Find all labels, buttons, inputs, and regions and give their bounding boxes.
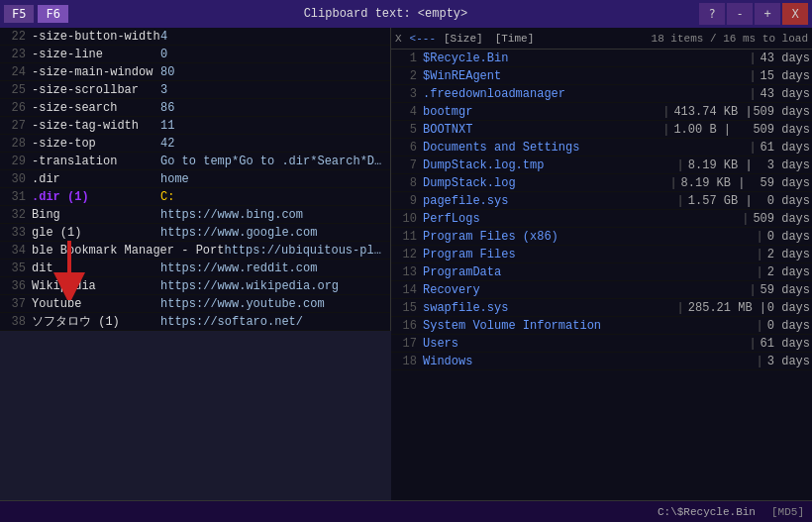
right-row-number: 10: [397, 212, 417, 226]
separator: |: [742, 212, 749, 226]
right-row[interactable]: 12Program Files | 2 days: [391, 246, 812, 263]
separator: |: [757, 319, 763, 333]
right-row-time: 2 days: [767, 248, 810, 261]
right-row-time: 509 days: [753, 212, 810, 226]
row-number: 33: [4, 226, 26, 240]
separator: |: [749, 69, 756, 83]
right-row-time: 43 days: [761, 87, 810, 101]
right-row-number: 13: [397, 265, 417, 279]
maximize-button[interactable]: +: [755, 3, 780, 25]
left-row[interactable]: 30.dirhome: [0, 170, 390, 188]
f6-button[interactable]: F6: [38, 5, 67, 23]
right-row[interactable]: 8DumpStack.log | 8.19 KB | 59 days: [391, 174, 812, 192]
left-row[interactable]: 31.dir (1)C:: [0, 188, 390, 206]
left-row[interactable]: 28-size-top42: [0, 135, 390, 153]
right-row-size: 1.00 B |: [673, 123, 753, 137]
row-value: 86: [160, 101, 174, 115]
left-row[interactable]: 25-size-scrollbar3: [0, 81, 390, 99]
right-panel-header: X <--- [Size] [Time] 18 items / 16 ms to…: [391, 28, 812, 50]
row-value: https://softaro.net/: [160, 315, 303, 329]
right-row-number: 14: [397, 283, 417, 297]
row-key: -size-top: [32, 137, 160, 151]
separator: |: [749, 337, 756, 351]
left-row[interactable]: 24-size-main-window80: [0, 63, 390, 81]
right-row[interactable]: 1$Recycle.Bin | 43 days: [391, 50, 812, 67]
right-row-time: 509 days: [753, 105, 810, 119]
left-row[interactable]: 37Youtubehttps://www.youtube.com: [0, 295, 390, 313]
right-row-name: Program Files (x86): [423, 230, 753, 244]
right-row-number: 1: [397, 52, 417, 65]
right-row-number: 4: [397, 105, 417, 119]
row-key: -size-button-width: [32, 30, 160, 44]
row-number: 37: [4, 297, 26, 311]
right-row-name: DumpStack.log.tmp: [423, 158, 673, 172]
row-value: Go to temp*Go to .dir*Search*DELETE: [160, 155, 386, 168]
right-row[interactable]: 13ProgramData | 2 days: [391, 263, 812, 281]
row-number: 23: [4, 48, 26, 61]
left-row[interactable]: 22-size-button-width4: [0, 28, 390, 46]
right-row[interactable]: 4bootmgr | 413.74 KB | 509 days: [391, 103, 812, 121]
size-column-header: [Size]: [444, 33, 483, 45]
row-key: Bing: [32, 208, 160, 222]
row-number: 32: [4, 208, 26, 222]
row-number: 31: [4, 190, 26, 204]
right-row[interactable]: 16System Volume Information | 0 days: [391, 317, 812, 335]
row-number: 28: [4, 137, 26, 151]
right-row-size: 8.19 KB |: [681, 176, 761, 190]
right-row-time: 15 days: [761, 69, 810, 83]
right-row[interactable]: 2$WinREAgent | 15 days: [391, 67, 812, 85]
row-key: gle (1): [32, 226, 160, 240]
row-number: 25: [4, 83, 26, 97]
right-row-name: bootmgr: [423, 105, 659, 119]
row-key: dit: [32, 261, 160, 275]
row-value: 4: [160, 30, 167, 44]
separator: |: [749, 52, 756, 65]
right-row-name: Documents and Settings: [423, 141, 745, 155]
right-row[interactable]: 11Program Files (x86) | 0 days: [391, 228, 812, 246]
left-row[interactable]: 34ble Bookmark Manager - Porthttps://ubi…: [0, 242, 390, 260]
left-row[interactable]: 29-translationGo to temp*Go to .dir*Sear…: [0, 153, 390, 170]
right-row-time: 61 days: [761, 337, 810, 351]
right-row-time: 0 days: [767, 319, 810, 333]
right-row[interactable]: 17Users | 61 days: [391, 335, 812, 353]
right-row[interactable]: 10PerfLogs | 509 days: [391, 210, 812, 228]
row-number: 34: [4, 244, 26, 258]
minimize-button[interactable]: -: [727, 3, 753, 25]
left-row[interactable]: 33gle (1)https://www.google.com: [0, 224, 390, 242]
nav-back-icon[interactable]: <---: [410, 33, 436, 45]
left-row[interactable]: 23-size-line0: [0, 46, 390, 63]
left-row[interactable]: 38ソフタロウ (1)https://softaro.net/: [0, 313, 390, 331]
right-row-name: Windows: [423, 355, 753, 368]
left-row[interactable]: 26-size-search86: [0, 99, 390, 117]
right-row[interactable]: 9pagefile.sys | 1.57 GB | 0 days: [391, 192, 812, 210]
right-row[interactable]: 3.freedownloadmanager | 43 days: [391, 85, 812, 103]
row-key: -size-main-window: [32, 65, 160, 79]
right-row[interactable]: 15swapfile.sys | 285.21 MB | 0 days: [391, 299, 812, 317]
right-close-icon[interactable]: X: [395, 33, 402, 45]
right-row[interactable]: 7DumpStack.log.tmp | 8.19 KB | 3 days: [391, 157, 812, 174]
row-value: 11: [160, 119, 174, 133]
row-number: 22: [4, 30, 26, 44]
separator: |: [669, 176, 676, 190]
right-row[interactable]: 5BOOTNXT | 1.00 B | 509 days: [391, 121, 812, 139]
right-row-name: ProgramData: [423, 265, 753, 279]
left-row[interactable]: 36Wikipediahttps://www.wikipedia.org: [0, 277, 390, 295]
left-row[interactable]: 35dithttps://www.reddit.com: [0, 260, 390, 277]
help-button[interactable]: ?: [699, 3, 725, 25]
separator: |: [749, 283, 756, 297]
close-button[interactable]: X: [782, 3, 808, 25]
row-key: ソフタロウ (1): [32, 313, 160, 330]
right-row-name: PerfLogs: [423, 212, 738, 226]
row-key: Youtube: [32, 297, 160, 311]
right-row[interactable]: 18Windows | 3 days: [391, 353, 812, 370]
row-number: 30: [4, 172, 26, 186]
left-row[interactable]: 32Binghttps://www.bing.com: [0, 206, 390, 224]
f5-button[interactable]: F5: [4, 5, 34, 23]
items-count: 18 items / 16 ms to load: [652, 33, 808, 45]
row-key: -translation: [32, 155, 160, 168]
right-row-time: 61 days: [761, 141, 810, 155]
left-row[interactable]: 27-size-tag-width11: [0, 117, 390, 135]
right-row[interactable]: 14Recovery | 59 days: [391, 281, 812, 299]
right-row[interactable]: 6Documents and Settings | 61 days: [391, 139, 812, 157]
right-row-number: 12: [397, 248, 417, 261]
